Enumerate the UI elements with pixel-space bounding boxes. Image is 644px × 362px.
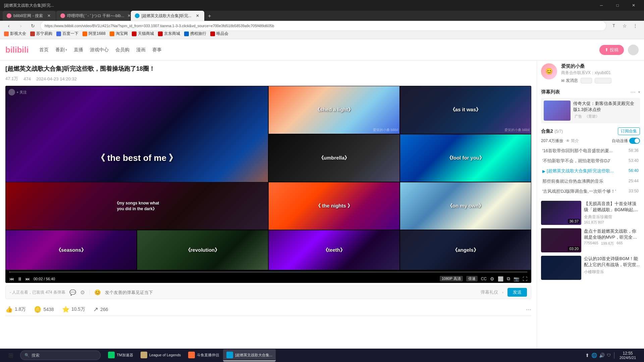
reload-button[interactable]: ↻ <box>28 21 38 31</box>
send-msg-button[interactable]: ✉ 发消息 <box>561 78 578 83</box>
extension-bookmark[interactable]: ☆ <box>620 21 629 31</box>
bookmark-item-5[interactable]: 淘宝网 <box>110 31 128 37</box>
more-actions[interactable]: ⋯ <box>526 306 531 313</box>
taskbar-item-tm[interactable]: TM加速器 <box>105 349 137 361</box>
nav-anime[interactable]: 番剧 ▾ <box>55 47 67 53</box>
play-pause-button[interactable]: ⏸ <box>17 276 22 282</box>
close-button[interactable]: ✕ <box>626 0 641 11</box>
bookmark-item-2[interactable]: 苏宁易购 <box>30 31 52 37</box>
taskbar-item-bilibili[interactable]: [超燃英文战歌大合集... <box>223 349 276 361</box>
taskbar-item-douyu[interactable]: 斗鱼直播伴侣 <box>185 349 222 361</box>
taskbar-item-lol[interactable]: League of Legends <box>137 349 184 361</box>
speed-badge[interactable]: 倍速 <box>466 276 478 282</box>
tray-antivirus-icon[interactable]: 🛡 <box>607 353 611 358</box>
playlist-item-2[interactable]: '不怕新歌学不会，就怕老歌带你DJ' 53:40 <box>541 156 640 166</box>
forward-button[interactable]: › <box>16 21 25 31</box>
tab-active[interactable]: [超燃英文战歌大合集]听完... ✕ <box>131 11 204 21</box>
favorite-button[interactable]: ⭐ 10.5万 <box>62 306 85 313</box>
share-button[interactable]: ↗ 266 <box>93 306 108 313</box>
taskbar-search-text: 搜索 <box>32 353 40 358</box>
skip-back-button[interactable]: ⏮ <box>9 276 14 282</box>
danmaku-icon-3[interactable]: 😊 <box>94 289 101 296</box>
channel-avatar[interactable]: 😊 <box>541 63 557 79</box>
system-clock[interactable]: 12:55 2024/5/21 <box>620 351 636 360</box>
tab-close-3[interactable]: ✕ <box>195 13 200 18</box>
theater-button[interactable]: ⬜ <box>498 276 503 282</box>
screenshot-button[interactable]: 📷 <box>514 276 519 282</box>
danmaku-dropdown-icon[interactable]: ▾ <box>638 90 640 94</box>
settings-button[interactable]: ⚙ <box>490 276 494 282</box>
playlist-item-5[interactable]: '古风戏腔DJ版降调合集,一次听个够！' 33:50 <box>541 186 640 196</box>
playlist-item-1[interactable]: '16首歌带你回到那个电音盛世的夏... 58:36 <box>541 146 640 156</box>
channel-btn-2[interactable] <box>595 78 611 83</box>
subtitle-button[interactable]: CC <box>481 277 487 281</box>
toggle-switch[interactable] <box>629 138 640 144</box>
tray-network-icon[interactable]: 🌐 <box>591 353 597 358</box>
tab-close-2[interactable]: ✕ <box>127 13 130 18</box>
maximize-button[interactable]: □ <box>610 0 625 11</box>
coin-count: 5438 <box>43 307 54 312</box>
bookmark-item-4[interactable]: 阿里1688 <box>83 31 106 37</box>
playlist-active-icon: ▶ <box>542 169 545 174</box>
extension-translate[interactable]: T <box>609 21 619 31</box>
quality-badge[interactable]: 1080P 高清 <box>440 276 463 282</box>
bilibili-logo[interactable]: bilibili <box>5 45 29 55</box>
channel-btn-1[interactable] <box>581 78 592 83</box>
tab-bilibili-main[interactable]: 哔哩哔哩( ' - ' )つロ 干杯~--bib... ✕ <box>56 11 130 21</box>
danmaku-gift-label[interactable]: 弹幕礼仪 <box>481 289 498 295</box>
playlist-item-4[interactable]: 那些前奏就让你热血沸腾的音乐 25:44 <box>541 176 640 186</box>
tab-close-1[interactable]: ✕ <box>46 13 52 18</box>
video-player[interactable]: 🎵 The Best Of Me > 《 the best of me 》 + … <box>5 86 531 283</box>
taskbar-show-desktop[interactable] <box>639 349 641 361</box>
progress-bar-container[interactable] <box>9 272 527 273</box>
skip-forward-button[interactable]: ⏭ <box>25 276 30 282</box>
playlist-item-time-1: 58:36 <box>629 148 639 154</box>
subscribe-playlist-button[interactable]: 订阅合集 <box>618 127 640 135</box>
tab-bilibili-search[interactable]: bilibili官网 - 搜索 ✕ <box>3 11 56 21</box>
rec-item-1[interactable]: 36:37 【无损高音质】十首全球顶级「超燃战歌」BGM响起,... 全典音乐珍… <box>541 201 640 225</box>
taskbar-search-box[interactable]: 🔍 搜索 <box>20 351 101 360</box>
ad-banner[interactable]: 传奇大促：剿客信条英灵殿完全版1.3折冰点价 广告 《育碧》 <box>541 98 640 123</box>
tab-new-button[interactable]: + <box>205 11 214 21</box>
danmaku-submit-button[interactable]: 发送 <box>507 288 527 297</box>
header-user-avatar[interactable] <box>628 45 639 55</box>
bookmark-item-8[interactable]: 携程旅行 <box>184 31 206 37</box>
cell-label-dark: 《my songs know whatyou did in the dark》 <box>6 182 268 230</box>
like-button[interactable]: 👍 1.8万 <box>5 306 26 313</box>
rec-item-3[interactable]: 公认的10首史诗级BGM！能配上它的只有战场，听完世... 小楼聊音乐 <box>541 256 640 280</box>
nav-games[interactable]: 游戏中心 <box>90 47 109 53</box>
bookmark-item-6[interactable]: 天猫商城 <box>132 31 154 37</box>
upload-button[interactable]: ⬆ 投稿 <box>599 45 624 55</box>
minimize-button[interactable]: ─ <box>594 0 609 11</box>
danmaku-icon-1[interactable]: 💬 <box>69 289 76 296</box>
playlist-desc-link[interactable]: 👁 简介 <box>566 138 579 144</box>
rec-thumb-2: 03:20 <box>541 228 581 252</box>
danmaku-separator: | <box>89 289 90 295</box>
bookmark-item-3[interactable]: 百度一下 <box>56 31 78 37</box>
nav-home[interactable]: 首页 <box>39 47 49 53</box>
nav-vip-shop[interactable]: 会员购 <box>115 47 129 53</box>
bookmark-item-7[interactable]: 京东商城 <box>158 31 180 37</box>
bookmark-item-1[interactable]: 影视大全 <box>4 31 26 37</box>
video-cell-on-my-own: 《on my own》 <box>400 182 531 230</box>
playlist-item-3[interactable]: ▶ [超燃英文战歌大合集]听完这些歌... 56:40 <box>541 166 640 176</box>
coin-button[interactable]: 🪙 5438 <box>34 306 54 313</box>
start-button[interactable]: ⊞ <box>3 349 19 361</box>
danmaku-more-icon[interactable]: ⋯ <box>630 89 636 95</box>
fullscreen-button[interactable]: ⛶ <box>523 276 527 282</box>
progress-fill <box>9 272 10 273</box>
tray-volume-icon[interactable]: 🔊 <box>599 353 605 358</box>
pip-button[interactable]: ⧉ <box>507 276 510 282</box>
nav-match[interactable]: 赛事 <box>152 47 162 53</box>
tray-upload-icon[interactable]: ⬆ <box>585 353 589 358</box>
bookmark-item-9[interactable]: 唯品会 <box>210 31 228 37</box>
danmaku-icon-2[interactable]: ⚙ <box>80 289 85 296</box>
rec-item-2[interactable]: 03:20 盘点十首超燃英文战歌，你就是全场的MVP，听完全身热... 7755… <box>541 228 640 252</box>
like-icon: 👍 <box>5 306 13 313</box>
extension-more[interactable]: ⋮ <box>631 21 640 31</box>
address-bar[interactable]: https://www.bilibili.com/video/BV1Lt421c… <box>40 21 606 31</box>
nav-live[interactable]: 直播 <box>74 47 83 53</box>
nav-manga[interactable]: 漫画 <box>136 47 146 53</box>
danmaku-input[interactable] <box>105 290 477 295</box>
back-button[interactable]: ‹ <box>4 21 13 31</box>
